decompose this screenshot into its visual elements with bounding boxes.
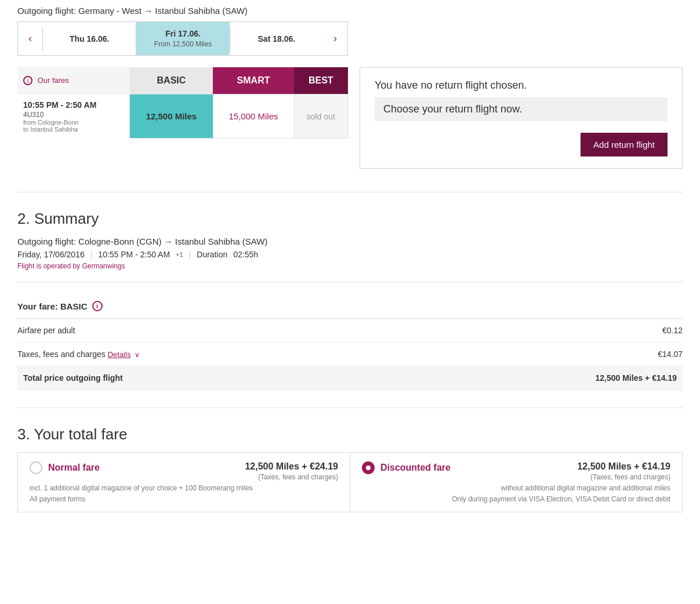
normal-fare-title: Normal fare <box>48 463 100 473</box>
date-thu-label: Thu 16.06. <box>48 34 131 43</box>
fare-table-wrapper: i Our fares BASIC SMART BEST <box>17 67 348 169</box>
summary-plus-day: +1 <box>176 251 183 258</box>
section-divider-1 <box>17 192 683 192</box>
discounted-fare-note2: Only during payment via VISA Electron, V… <box>362 495 670 503</box>
summary-route: Outgoing flight: Cologne-Bonn (CGN) → Is… <box>17 236 683 246</box>
fare-label-row: Your fare: BASIC i <box>17 294 683 319</box>
normal-fare-left: Normal fare <box>30 461 100 474</box>
summary-route-from: Outgoing flight: Cologne-Bonn (CGN) <box>17 236 161 246</box>
normal-fare-note1: incl. 1 additional digital magazine of y… <box>30 484 338 492</box>
total-label: Total price outgoing flight <box>23 373 123 383</box>
flight-to: to Istanbul Sahibha <box>23 126 124 133</box>
basic-header[interactable]: BASIC <box>130 67 213 94</box>
discounted-fare-note1: without additional digital magazine and … <box>362 484 670 492</box>
summary-route-to: Istanbul Sahibha (SAW) <box>175 236 268 246</box>
summary-duration: 02:55h <box>233 250 258 259</box>
discounted-fare-right: 12,500 Miles + €14.19 (Taxes, fees and c… <box>577 461 670 481</box>
smart-header[interactable]: SMART <box>213 67 294 94</box>
taxes-price: €14.07 <box>658 350 683 359</box>
no-return-title: You have no return flight chosen. <box>375 79 668 92</box>
summary-separator-1: | <box>90 250 93 259</box>
fare-table: i Our fares BASIC SMART BEST <box>17 67 348 139</box>
date-fri[interactable]: Fri 17.06. From 12,500 Miles <box>136 22 229 55</box>
normal-fare-note2: All payment forms <box>30 495 338 503</box>
airfare-price: €0.12 <box>662 326 683 335</box>
fare-options: Normal fare 12,500 Miles + €24.19 (Taxes… <box>17 452 683 512</box>
discounted-fare-left: Discounted fare <box>362 461 451 474</box>
summary-date: Friday, 17/06/2016 <box>17 250 85 259</box>
best-sold-out-cell: sold out <box>294 94 347 139</box>
normal-fare-right: 12,500 Miles + €24.19 (Taxes, fees and c… <box>245 461 338 481</box>
taxes-label-text: Taxes, fees and charges <box>17 350 106 359</box>
date-sat-label: Sat 18.06. <box>235 34 318 43</box>
flight-number: 4U310 <box>23 111 124 119</box>
flight-selector-title: Outgoing flight: Germany - West → Istanb… <box>17 6 683 16</box>
summary-time: 10:55 PM - 2:50 AM <box>98 250 170 259</box>
total-price-row: Total price outgoing flight 12,500 Miles… <box>17 366 683 390</box>
normal-fare-price: 12,500 Miles + €24.19 <box>245 461 338 472</box>
return-flight-panel: You have no return flight chosen. Choose… <box>360 67 683 169</box>
discounted-fare-radio[interactable] <box>362 461 375 474</box>
discounted-fare-title: Discounted fare <box>380 463 451 473</box>
best-header[interactable]: BEST <box>294 67 347 94</box>
flight-info-cell: 10:55 PM - 2:50 AM 4U310 from Cologne-Bo… <box>17 94 130 139</box>
flight-selector-section: Outgoing flight: Germany - West → Istanb… <box>17 0 683 180</box>
chevron-down-icon: ∨ <box>135 351 140 359</box>
add-return-flight-button[interactable]: Add return flight <box>581 133 668 157</box>
taxes-row: Taxes, fees and charges Details ∨ €14.07 <box>17 343 683 366</box>
our-fares-label: Our fares <box>38 76 69 85</box>
normal-fare-radio[interactable] <box>30 461 42 474</box>
airfare-row: Airfare per adult €0.12 <box>17 319 683 343</box>
discounted-fare-sub: (Taxes, fees and charges) <box>577 473 670 481</box>
normal-fare-option[interactable]: Normal fare 12,500 Miles + €24.19 (Taxes… <box>18 453 350 512</box>
summary-section: 2. Summary Outgoing flight: Cologne-Bonn… <box>17 204 683 396</box>
normal-fare-sub: (Taxes, fees and charges) <box>245 473 338 481</box>
fare-section: i Our fares BASIC SMART BEST <box>17 67 683 169</box>
total-fare-section: 3. Your total fare Normal fare 12,500 Mi… <box>17 420 683 518</box>
fare-info-icon[interactable]: i <box>92 301 103 311</box>
summary-route-arrow: → <box>164 236 173 246</box>
operated-by: Flight is operated by Germanwings <box>17 262 683 270</box>
smart-price-cell[interactable]: 15,000 Miles <box>213 94 294 139</box>
discounted-fare-option[interactable]: Discounted fare 12,500 Miles + €14.19 (T… <box>350 453 682 512</box>
flight-from: from Cologne-Bonn <box>23 119 124 126</box>
discounted-fare-content: Discounted fare 12,500 Miles + €14.19 (T… <box>362 461 670 481</box>
next-date-arrow[interactable]: › <box>323 27 347 50</box>
total-fare-heading: 3. Your total fare <box>17 425 683 443</box>
discounted-fare-price: 12,500 Miles + €14.19 <box>577 461 670 472</box>
airfare-label: Airfare per adult <box>17 326 75 335</box>
fare-label: Your fare: BASIC <box>17 301 88 311</box>
total-price: 12,500 Miles + €14.19 <box>596 373 677 383</box>
basic-price-cell[interactable]: 12,500 Miles <box>130 94 213 139</box>
prev-date-arrow[interactable]: ‹ <box>18 27 42 50</box>
taxes-label: Taxes, fees and charges Details ∨ <box>17 350 140 359</box>
info-icon: i <box>23 76 32 85</box>
taxes-details-link[interactable]: Details <box>108 350 131 359</box>
normal-fare-content: Normal fare 12,500 Miles + €24.19 (Taxes… <box>30 461 338 481</box>
flight-time: 10:55 PM - 2:50 AM <box>23 100 124 110</box>
summary-separator-2: | <box>189 250 191 259</box>
date-fri-label: Fri 17.06. <box>141 29 224 38</box>
summary-details: Friday, 17/06/2016 | 10:55 PM - 2:50 AM … <box>17 250 683 259</box>
summary-duration-label: Duration <box>197 250 227 259</box>
section-divider-fare <box>17 282 683 282</box>
date-fri-price: From 12,500 Miles <box>141 40 224 48</box>
summary-heading: 2. Summary <box>17 210 683 228</box>
date-sat[interactable]: Sat 18.06. <box>230 27 323 50</box>
date-thu[interactable]: Thu 16.06. <box>42 27 136 50</box>
choose-return-text: Choose your return flight now. <box>375 97 668 121</box>
section-divider-2 <box>17 407 683 408</box>
date-navigation: ‹ Thu 16.06. Fri 17.06. From 12,500 Mile… <box>17 21 348 56</box>
our-fares-header: i Our fares <box>17 67 130 94</box>
